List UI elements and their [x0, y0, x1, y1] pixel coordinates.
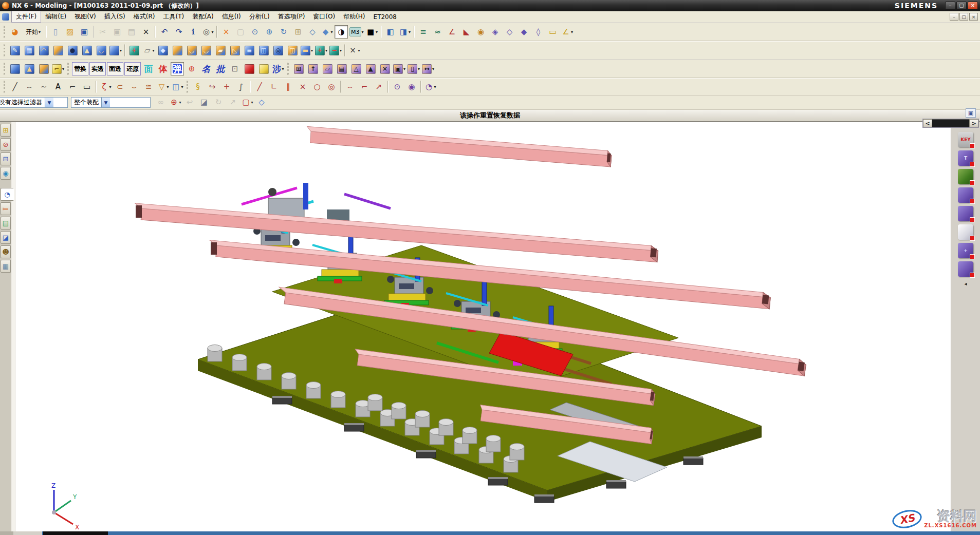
- selection-scope-dropdown[interactable]: 整个装配 ▼: [71, 97, 151, 108]
- punch-bolt-template-button[interactable]: T: [958, 150, 973, 166]
- separator[interactable]: ▾: [124, 44, 125, 56]
- prompt-scrollbar[interactable]: < >: [922, 119, 979, 128]
- selection-filter-dropdown[interactable]: 没有选择过滤器 ▼: [0, 97, 68, 108]
- circle-center-button[interactable]: ⊙ ▾: [391, 80, 404, 93]
- batch-tool-button[interactable]: 批 ▾: [214, 62, 227, 75]
- extract-curve-button[interactable]: § ▾: [191, 80, 205, 93]
- menu-item[interactable]: 信息(I): [218, 11, 245, 22]
- shaded-view-button[interactable]: ◆ ▾: [320, 25, 334, 39]
- split-body-button[interactable]: ◫ ▾: [257, 44, 270, 57]
- studio-spline-button[interactable]: ζ ▾: [99, 80, 112, 93]
- snap-point-button[interactable]: ⊕ ▾: [169, 96, 182, 109]
- graphics-viewport[interactable]: Z Y X: [15, 122, 951, 531]
- swept-button[interactable]: ▾: [51, 44, 65, 57]
- separator[interactable]: ▾: [344, 44, 345, 56]
- zoom-button[interactable]: ⊙ ▾: [248, 25, 262, 39]
- toolbar-grip[interactable]: ▾: [67, 63, 69, 75]
- offset-curve-button[interactable]: ⊂ ▾: [113, 80, 126, 93]
- work-layer-button[interactable]: M3 ▾: [349, 25, 364, 39]
- name-label-button[interactable]: 名 ▾: [199, 62, 213, 75]
- pocket-button[interactable]: ◡ ▾: [95, 44, 108, 57]
- arc-center-button[interactable]: ◔ ▾: [423, 80, 437, 93]
- undo-button[interactable]: ↶ ▾: [158, 25, 171, 39]
- menu-item[interactable]: 分析(L): [245, 11, 274, 22]
- restore-pane-icon[interactable]: ▣: [966, 108, 976, 118]
- datum-csys-button[interactable]: ◣ ▾: [460, 25, 473, 39]
- visualization-gallery-icon[interactable]: ▦: [1, 260, 11, 273]
- roles-icon[interactable]: ▤: [1, 217, 11, 230]
- assembly-navigator-icon[interactable]: ⊞: [1, 124, 11, 137]
- toolbar-grip[interactable]: [4, 81, 6, 93]
- body-select-button[interactable]: 体 ▾: [156, 62, 170, 75]
- menu-item[interactable]: 视图(V): [70, 11, 100, 22]
- emboss-button[interactable]: ▬ ▾: [300, 44, 313, 57]
- point-set-button[interactable]: + ▾: [127, 44, 141, 57]
- intersection-curve-button[interactable]: ◫ ▾: [171, 80, 184, 93]
- assembly-constraint-2-button[interactable]: ◇ ▾: [503, 25, 516, 39]
- solid-transparency-button[interactable]: 实透 ▾: [89, 62, 106, 75]
- rib-button[interactable]: ≡ ▾: [243, 44, 256, 57]
- system-scene-icon[interactable]: ≔: [1, 202, 11, 215]
- chevron-down-icon[interactable]: ▼: [45, 98, 53, 107]
- assembly-constraint-1-button[interactable]: ◈ ▾: [489, 25, 502, 39]
- separator[interactable]: ▾: [387, 81, 389, 93]
- paste-component-button[interactable]: ▤ ▾: [335, 62, 348, 75]
- fit-view-button[interactable]: × ▾: [219, 25, 233, 39]
- rotate-view-button[interactable]: ↻ ▾: [277, 25, 290, 39]
- start-menu-button[interactable]: 开始 ▾: [23, 25, 44, 39]
- toolbar-grip[interactable]: ▾: [187, 81, 189, 93]
- zoom-in-out-button[interactable]: ⊕ ▾: [263, 25, 276, 39]
- separator[interactable]: ▾: [46, 26, 47, 38]
- menu-item[interactable]: 帮助(H): [339, 11, 369, 22]
- simplify-curve-button[interactable]: ≅ ▾: [142, 80, 155, 93]
- wcs-dynamics-button[interactable]: ◉ ▾: [474, 25, 488, 39]
- restore-display-button[interactable]: 还原 ▾: [124, 62, 141, 75]
- separator[interactable]: ▾: [340, 81, 341, 93]
- revolve-button[interactable]: ◠ ▾: [37, 44, 50, 57]
- interference-check-button[interactable]: 涉 ▾: [271, 62, 285, 75]
- menu-item[interactable]: 文件(F): [11, 11, 41, 23]
- restore-button[interactable]: ▢: [956, 2, 967, 10]
- separator[interactable]: ▾: [250, 81, 251, 93]
- separator[interactable]: ▾: [155, 26, 156, 38]
- reuse-library-icon[interactable]: ◉: [1, 167, 11, 180]
- hole-button[interactable]: ● ▾: [66, 44, 79, 57]
- datum-plane-grid-button[interactable]: ▦ ▾: [23, 44, 36, 57]
- layer-settings-button[interactable]: ≡ ▾: [417, 25, 430, 39]
- standard-part-key-button[interactable]: KEY: [958, 132, 973, 147]
- new-file-button[interactable]: ▯ ▾: [49, 25, 62, 39]
- show-hide-button[interactable]: ◪ ▾: [197, 96, 211, 109]
- circle-dashed-button[interactable]: ○ ▾: [310, 80, 324, 93]
- history-icon[interactable]: ◔: [1, 188, 14, 201]
- trim-curve-button[interactable]: + ▾: [220, 80, 233, 93]
- retainer-template-button[interactable]: [958, 187, 973, 203]
- punch-template-button[interactable]: [958, 224, 973, 240]
- toolbar-grip[interactable]: [4, 26, 6, 38]
- separator[interactable]: ▾: [414, 26, 415, 38]
- close-button[interactable]: ×: [968, 2, 978, 10]
- edit-feature-dimension-button[interactable]: × ▾: [347, 44, 361, 57]
- open-file-button[interactable]: ▨ ▾: [63, 25, 77, 39]
- resource-bar-splitter[interactable]: [11, 122, 15, 531]
- copy-button[interactable]: ▣ ▾: [110, 25, 124, 39]
- copy-position-button[interactable]: ⊡ ▾: [228, 62, 242, 75]
- line-button[interactable]: ╱ ▾: [8, 80, 22, 93]
- bridge-curve-button[interactable]: ⌣ ▾: [127, 80, 141, 93]
- gusset-button[interactable]: ◺ ▾: [228, 44, 242, 57]
- corner-arc-button[interactable]: ⌢ ▾: [343, 80, 357, 93]
- menu-item[interactable]: 插入(S): [100, 11, 130, 22]
- toolbar-grip[interactable]: [4, 44, 6, 56]
- child-restore-button[interactable]: ▢: [959, 13, 968, 21]
- separator[interactable]: ▾: [93, 26, 94, 38]
- redo-button[interactable]: ↷ ▾: [172, 25, 186, 39]
- lift-component-button[interactable]: ↑ ▾: [306, 62, 320, 75]
- blend-1-button[interactable]: ◡ ▾: [185, 44, 198, 57]
- link-button[interactable]: ∞ ▾: [154, 96, 168, 109]
- measure-distance-button[interactable]: ▭ ▾: [546, 25, 560, 39]
- text-button[interactable]: A ▾: [51, 80, 65, 93]
- spring-tool-button[interactable]: 弹 ▾: [171, 62, 184, 75]
- replace-component-button[interactable]: ▣ ▾: [393, 62, 406, 75]
- combine-button[interactable]: ◫ ▾: [286, 44, 299, 57]
- menu-item[interactable]: 装配(A): [188, 11, 218, 22]
- pad-plate-template-button[interactable]: [958, 206, 973, 221]
